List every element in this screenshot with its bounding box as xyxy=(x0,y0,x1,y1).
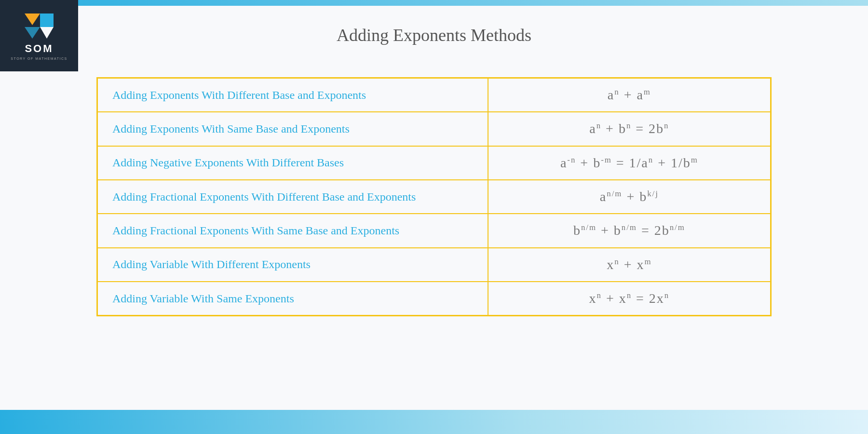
bottom-bar xyxy=(0,410,868,434)
row-label: Adding Variable With Same Exponents xyxy=(97,282,488,316)
row-formula: an + am xyxy=(488,78,771,112)
top-bar xyxy=(0,0,868,6)
table-row: Adding Exponents With Different Base and… xyxy=(97,78,771,112)
table-container: Adding Exponents With Different Base and… xyxy=(96,77,772,395)
page-title: Adding Exponents Methods xyxy=(0,25,868,45)
logo-subtext: STORY OF MATHEMATICS xyxy=(11,57,67,60)
row-formula: bn/m + bn/m = 2bn/m xyxy=(488,214,771,247)
row-label: Adding Exponents With Different Base and… xyxy=(97,78,488,112)
table-row: Adding Variable With Different Exponents… xyxy=(97,248,771,282)
row-formula: a-n + b-m = 1/an + 1/bm xyxy=(488,146,771,180)
table-row: Adding Fractional Exponents With Same Ba… xyxy=(97,214,771,247)
row-formula: an + bn = 2bn xyxy=(488,112,771,146)
row-label: Adding Variable With Different Exponents xyxy=(97,248,488,282)
table-row: Adding Negative Exponents With Different… xyxy=(97,146,771,180)
table-row: Adding Variable With Same Exponentsxn + … xyxy=(97,282,771,316)
row-label: Adding Negative Exponents With Different… xyxy=(97,146,488,180)
row-label: Adding Fractional Exponents With Differe… xyxy=(97,180,488,214)
row-formula: an/m + bk/j xyxy=(488,180,771,214)
row-formula: xn + xn = 2xn xyxy=(488,282,771,316)
svg-marker-0 xyxy=(25,14,40,25)
table-row: Adding Exponents With Same Base and Expo… xyxy=(97,112,771,146)
table-row: Adding Fractional Exponents With Differe… xyxy=(97,180,771,214)
row-label: Adding Fractional Exponents With Same Ba… xyxy=(97,214,488,247)
row-formula: xn + xm xyxy=(488,248,771,282)
row-label: Adding Exponents With Same Base and Expo… xyxy=(97,112,488,146)
exponents-table: Adding Exponents With Different Base and… xyxy=(96,77,772,316)
